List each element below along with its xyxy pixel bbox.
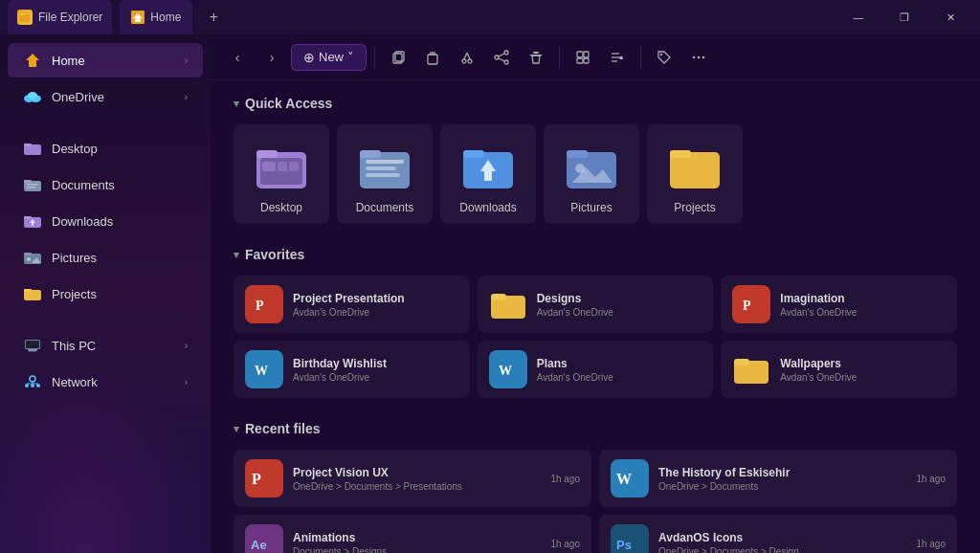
fav-bw-path: Avdan's OneDrive: [293, 372, 387, 383]
quick-access-projects[interactable]: Projects: [647, 124, 743, 224]
svg-rect-69: [360, 150, 381, 158]
fav-designs-path: Avdan's OneDrive: [537, 307, 613, 318]
recent-he-info: The History of Eskisehir OneDrive > Docu…: [658, 466, 906, 492]
sidebar-item-downloads[interactable]: Downloads: [8, 204, 203, 238]
maximize-button[interactable]: ❐: [882, 2, 926, 33]
fav-plans[interactable]: W Plans Avdan's OneDrive: [478, 341, 714, 398]
sidebar-network-label: Network: [52, 375, 98, 389]
cut-button[interactable]: [452, 42, 482, 73]
recent-ai-name: AvdanOS Icons: [658, 531, 906, 544]
home-chevron-icon: ›: [185, 55, 188, 66]
fav-wallpapers-icon: [732, 350, 770, 388]
sidebar-item-desktop[interactable]: Desktop: [8, 131, 203, 166]
more-button[interactable]: [683, 42, 714, 73]
sidebar-item-thispc[interactable]: This PC ›: [8, 328, 203, 363]
view-button[interactable]: [568, 42, 598, 73]
svg-rect-9: [24, 144, 32, 146]
svg-rect-77: [567, 150, 588, 158]
recent-files-grid: P Project Vision UX OneDrive > Documents…: [234, 450, 957, 553]
quick-access-desktop[interactable]: Desktop: [234, 124, 329, 224]
svg-rect-51: [577, 58, 583, 63]
content-area: ‹ › ⊕ New ˅: [211, 34, 980, 553]
svg-point-38: [462, 59, 466, 63]
svg-rect-11: [24, 180, 32, 183]
quick-access-label: Quick Access: [245, 96, 332, 111]
svg-point-27: [30, 376, 35, 382]
recent-files-chevron-icon[interactable]: ▾: [234, 423, 239, 435]
sidebar-item-pictures[interactable]: Pictures: [8, 240, 203, 275]
sidebar-downloads-label: Downloads: [52, 214, 113, 229]
fav-pp-name: Project Presentation: [293, 292, 405, 305]
delete-button[interactable]: [521, 42, 551, 73]
svg-rect-18: [24, 253, 32, 255]
recent-ai-info: AvdanOS Icons OneDrive > Documents > Des…: [658, 531, 906, 554]
forward-button[interactable]: ›: [256, 42, 287, 73]
svg-text:Ps: Ps: [616, 538, 632, 552]
svg-point-19: [27, 257, 31, 261]
quick-access-chevron-icon[interactable]: ▾: [234, 98, 239, 110]
recent-he-path: OneDrive > Documents: [658, 481, 906, 492]
sidebar-item-projects[interactable]: Projects: [8, 276, 203, 311]
sidebar-item-network[interactable]: Network ›: [8, 365, 203, 399]
toolbar-divider-1: [374, 46, 375, 69]
toolbar: ‹ › ⊕ New ˅: [211, 34, 980, 80]
pictures-folder-label: Pictures: [570, 201, 612, 214]
svg-text:P: P: [252, 471, 261, 487]
new-button[interactable]: ⊕ New ˅: [291, 44, 367, 71]
quick-access-pictures[interactable]: Pictures: [544, 124, 639, 224]
favorites-chevron-icon[interactable]: ▾: [234, 249, 239, 261]
svg-rect-50: [577, 52, 583, 57]
quick-access-grid: Desktop Documents: [234, 124, 957, 224]
new-label: New: [319, 50, 344, 64]
recent-anim-path: Documents > Designs: [293, 546, 541, 554]
quick-access-documents[interactable]: Documents: [337, 124, 433, 224]
back-button[interactable]: ‹: [222, 42, 253, 73]
copy-button[interactable]: [383, 42, 413, 73]
sidebar: Home › OneDrive › Desktop Documents: [0, 34, 211, 553]
fav-project-presentation[interactable]: P Project Presentation Avdan's OneDrive: [234, 276, 470, 333]
fav-imagination-name: Imagination: [780, 292, 857, 305]
projects-folder-icon: [23, 284, 42, 303]
recent-history-eskisehir[interactable]: W The History of Eskisehir OneDrive > Do…: [599, 450, 957, 507]
svg-line-45: [499, 54, 504, 56]
title-bar: File Explorer Home + — ❐ ✕: [0, 0, 980, 34]
fav-plans-icon: W: [489, 350, 527, 388]
recent-project-vision[interactable]: P Project Vision UX OneDrive > Documents…: [234, 450, 591, 507]
paste-button[interactable]: [417, 42, 448, 73]
fav-wallpapers-name: Wallpapers: [780, 357, 857, 370]
sidebar-item-onedrive[interactable]: OneDrive ›: [8, 79, 203, 114]
desktop-folder-svg: [255, 140, 308, 193]
quick-access-downloads[interactable]: Downloads: [440, 124, 536, 224]
svg-rect-81: [670, 150, 691, 158]
svg-rect-48: [533, 52, 539, 54]
sidebar-item-home[interactable]: Home ›: [8, 43, 203, 77]
svg-marker-4: [26, 54, 39, 67]
tag-button[interactable]: [649, 42, 679, 73]
fav-plans-name: Plans: [537, 357, 613, 370]
svg-point-28: [25, 384, 29, 387]
fav-birthday-wishlist[interactable]: W Birthday Wishlist Avdan's OneDrive: [234, 341, 470, 398]
minimize-button[interactable]: —: [836, 2, 880, 33]
fav-imagination[interactable]: P Imagination Avdan's OneDrive: [721, 276, 957, 333]
svg-line-41: [467, 53, 470, 59]
content-scroll: ▾ Quick Access Desktop: [211, 80, 980, 553]
fav-wallpapers[interactable]: Wallpapers Avdan's OneDrive: [721, 341, 957, 398]
tab-home[interactable]: Home: [120, 0, 192, 34]
recent-animations[interactable]: AeAEP Animations Documents > Designs 1h …: [234, 515, 591, 553]
recent-pv-time: 1h ago: [550, 474, 580, 484]
svg-text:P: P: [256, 299, 264, 313]
sort-button[interactable]: [602, 42, 633, 73]
sidebar-documents-label: Documents: [52, 178, 115, 192]
svg-rect-71: [366, 166, 396, 170]
share-button[interactable]: [486, 42, 517, 73]
fav-designs[interactable]: Designs Avdan's OneDrive: [478, 276, 714, 333]
projects-folder-svg: [668, 140, 722, 193]
recent-he-name: The History of Eskisehir: [658, 466, 906, 479]
svg-text:W: W: [616, 471, 632, 487]
close-button[interactable]: ✕: [928, 2, 972, 33]
fav-designs-icon: [489, 285, 527, 323]
fav-pp-info: Project Presentation Avdan's OneDrive: [293, 292, 405, 318]
sidebar-item-documents[interactable]: Documents: [8, 167, 203, 202]
recent-avdanos-icons[interactable]: PsPSD AvdanOS Icons OneDrive > Documents…: [599, 515, 957, 553]
new-tab-button[interactable]: +: [200, 4, 227, 31]
